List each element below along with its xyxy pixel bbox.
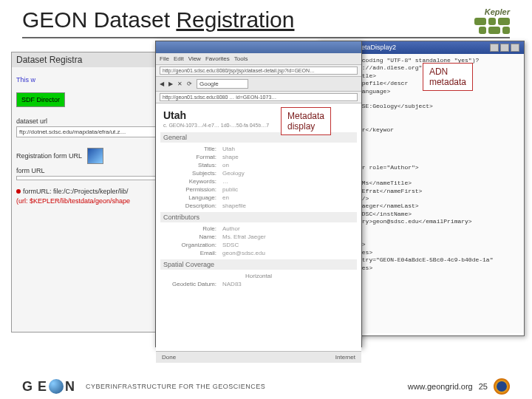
dataset-url-field[interactable]: ftp://dotnet.sdsc.edu/mapdata/efra/ut.z… <box>16 126 157 137</box>
maximize-icon[interactable] <box>500 44 509 52</box>
address-bar-2[interactable]: http://geon01.sdsc.edu:8080 … id=GEON-10… <box>160 93 358 101</box>
google-search-box[interactable]: Google <box>197 79 248 89</box>
kepler-text: Kepler <box>485 7 510 16</box>
slide-header: GEON Dataset Registration Kepler <box>22 7 510 38</box>
page-number: 25 <box>479 382 488 391</box>
title-plain: GEON Dataset <box>22 7 176 32</box>
metadata-browser-window: FileEditViewFavoritesTools http://geon01… <box>155 41 362 347</box>
footer-url: www.geongrid.org <box>408 382 473 391</box>
callout-metadata-display: Metadata display <box>281 107 331 135</box>
browser-menu[interactable]: FileEditViewFavoritesTools <box>156 53 361 65</box>
menu-item[interactable]: File <box>160 55 169 62</box>
title-underlined: Registration <box>176 7 294 32</box>
address-bar-1[interactable]: http://geon01.sdsc.edu:8080/jsp/jsp/data… <box>160 66 358 75</box>
metadata-body: Utah c. GEON-1073…/4-e7… 1d0-…50-fa 045b… <box>156 103 361 351</box>
kepler-logo: Kepler <box>474 7 510 34</box>
regform-url-label: Registration form URL <box>16 152 82 160</box>
section-spatial: Spatial Coverage <box>160 259 357 270</box>
menu-item[interactable]: Favorites <box>205 55 230 62</box>
callout-adn-metadata: ADN metadata <box>423 63 473 91</box>
menu-item[interactable]: Tools <box>234 55 248 62</box>
slide-footer: G EN CYBERINFRASTRUCTURE FOR THE GEOSCIE… <box>22 378 510 395</box>
menu-item[interactable]: Edit <box>174 55 184 62</box>
footer-tagline: CYBERINFRASTRUCTURE FOR THE GEOSCIENCES <box>86 383 265 390</box>
minimize-icon[interactable] <box>490 44 499 52</box>
globe-icon <box>49 379 64 394</box>
close-icon[interactable] <box>511 44 519 52</box>
slide-title: GEON Dataset Registration <box>22 7 294 33</box>
geon-logo: G EN <box>22 379 75 395</box>
browser-statusbar: Done Internet <box>156 351 361 363</box>
browser-ui-icon[interactable] <box>87 148 103 164</box>
sdf-director-actor[interactable]: SDF Director <box>16 92 65 107</box>
section-contributors: Contributors <box>160 212 357 222</box>
nsf-logo-icon <box>494 378 510 395</box>
status-done: Done <box>162 354 176 361</box>
menu-item[interactable]: View <box>188 55 201 62</box>
content-area: Dataset Registra This w SDF Director dat… <box>22 44 510 355</box>
status-zone: Internet <box>335 354 355 361</box>
browser-titlebar[interactable] <box>156 41 361 53</box>
form-url-field[interactable] <box>16 176 157 180</box>
browser-toolbar[interactable]: ◀▶✕⟳ Google <box>156 77 361 92</box>
